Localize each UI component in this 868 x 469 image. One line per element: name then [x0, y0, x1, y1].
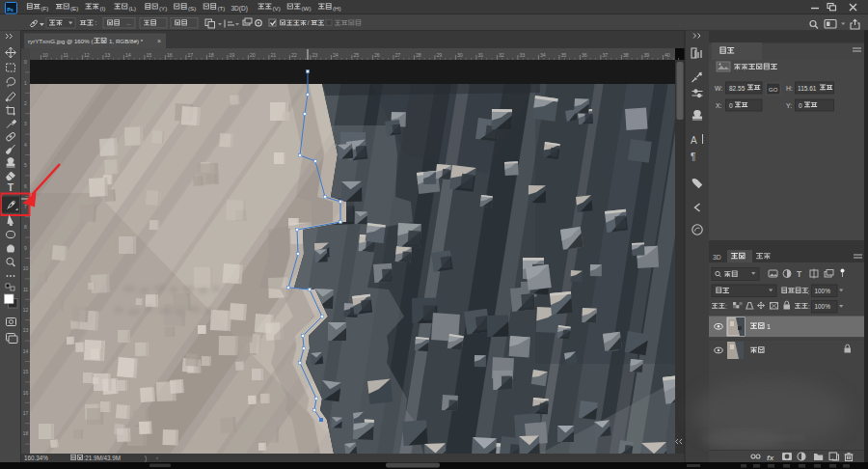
svg-text:X:: X:: [716, 102, 722, 109]
svg-text:/: /: [308, 19, 310, 26]
svg-text:1: 1: [24, 80, 27, 86]
svg-text:7: 7: [24, 204, 27, 209]
svg-text:21: 21: [270, 52, 276, 58]
svg-text:¶: ¶: [691, 152, 695, 162]
svg-text:(T): (T): [218, 5, 226, 12]
svg-text:Y:: Y:: [786, 102, 792, 109]
svg-text::: :: [808, 289, 810, 295]
svg-text:(I): (I): [100, 5, 106, 12]
svg-text:13: 13: [23, 327, 29, 333]
svg-text:16: 16: [23, 390, 29, 396]
svg-text:37: 37: [602, 52, 608, 58]
svg-text:22: 22: [291, 52, 297, 58]
svg-text:34: 34: [540, 52, 546, 58]
svg-text:6: 6: [24, 183, 27, 189]
svg-text:(F): (F): [41, 5, 49, 12]
svg-text:T: T: [8, 181, 14, 193]
svg-text:11: 11: [63, 52, 68, 58]
svg-text:ryrYTxmG.jpg @ 160% (: ryrYTxmG.jpg @ 160% (: [28, 38, 94, 44]
svg-text:(L): (L): [129, 5, 137, 12]
svg-text:13: 13: [104, 52, 110, 58]
svg-text:18: 18: [23, 430, 29, 436]
svg-text:18: 18: [208, 52, 214, 58]
svg-text:T: T: [797, 269, 802, 279]
svg-text:11: 11: [23, 287, 28, 292]
svg-text:(W): (W): [302, 5, 312, 12]
svg-text:17: 17: [23, 410, 29, 416]
svg-text:×: ×: [157, 38, 161, 44]
svg-text:H:: H:: [786, 85, 793, 92]
svg-text:(V): (V): [273, 5, 281, 12]
svg-text:160.34%: 160.34%: [24, 455, 48, 461]
svg-text::: :: [808, 303, 810, 310]
svg-text:39: 39: [643, 52, 649, 58]
svg-text:27: 27: [394, 52, 400, 58]
svg-text:31: 31: [477, 52, 483, 58]
svg-text:15: 15: [146, 52, 151, 58]
svg-text:0: 0: [799, 102, 802, 109]
svg-text:...: ...: [126, 20, 131, 26]
svg-text:14: 14: [125, 52, 131, 58]
svg-text:38: 38: [623, 52, 629, 58]
svg-text::: :: [95, 19, 97, 26]
svg-text:30: 30: [457, 52, 463, 58]
svg-text:‹: ‹: [156, 455, 158, 460]
svg-text:19: 19: [229, 52, 234, 58]
svg-text:(S): (S): [188, 5, 196, 12]
svg-text:20: 20: [250, 52, 256, 58]
svg-text:10: 10: [42, 52, 48, 58]
svg-text:29: 29: [436, 52, 442, 58]
svg-text::21.9M/43.9M: :21.9M/43.9M: [84, 455, 122, 461]
svg-text:100%: 100%: [815, 288, 831, 294]
svg-text:12: 12: [23, 307, 29, 313]
svg-text:W:: W:: [715, 85, 722, 92]
svg-text:17: 17: [187, 52, 193, 58]
svg-text:3: 3: [24, 121, 27, 126]
svg-text:32: 32: [499, 52, 504, 58]
svg-text:25: 25: [353, 52, 359, 58]
svg-text:82.55: 82.55: [729, 85, 746, 92]
svg-text:9: 9: [24, 245, 27, 251]
svg-text:3D(D): 3D(D): [231, 5, 248, 13]
svg-text:16: 16: [167, 52, 173, 58]
svg-text:5: 5: [24, 162, 27, 168]
svg-text:26: 26: [374, 52, 380, 58]
svg-text:28: 28: [416, 52, 421, 58]
svg-text:15: 15: [23, 369, 29, 374]
svg-text:4: 4: [24, 142, 27, 148]
svg-text:2: 2: [24, 100, 27, 106]
svg-text:35: 35: [560, 52, 566, 58]
svg-text:GO: GO: [769, 87, 778, 93]
svg-text:Ps: Ps: [7, 7, 14, 13]
svg-text:23: 23: [312, 52, 317, 58]
svg-text:14: 14: [23, 348, 29, 354]
svg-text:fx: fx: [767, 454, 774, 462]
svg-text:10: 10: [23, 265, 29, 271]
svg-text:1, RGB/8#) *: 1, RGB/8#) *: [109, 38, 144, 44]
svg-text:A: A: [691, 135, 697, 146]
svg-text:24: 24: [333, 52, 339, 58]
svg-text:36: 36: [582, 52, 587, 58]
svg-text:12: 12: [84, 52, 90, 58]
svg-text:1: 1: [767, 323, 771, 330]
svg-text::: :: [725, 303, 727, 310]
svg-text:(Y): (Y): [159, 5, 167, 12]
svg-text:40: 40: [665, 52, 670, 58]
svg-text:): ): [145, 455, 147, 462]
svg-text:3D: 3D: [713, 254, 721, 261]
svg-text:0: 0: [24, 59, 27, 65]
svg-text:(H): (H): [333, 5, 341, 12]
svg-text:100%: 100%: [815, 303, 831, 310]
svg-text:0: 0: [729, 102, 733, 109]
svg-text:(E): (E): [70, 5, 78, 12]
svg-text:8: 8: [24, 224, 27, 230]
svg-text:115.61: 115.61: [798, 85, 817, 92]
svg-text:33: 33: [519, 52, 525, 58]
